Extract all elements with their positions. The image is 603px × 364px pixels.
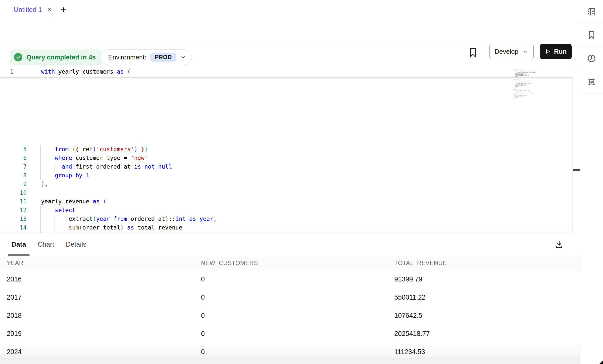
indent-guide bbox=[40, 145, 41, 154]
line-number: 12 bbox=[0, 207, 27, 213]
table-row: 20180107642.5 bbox=[0, 307, 580, 325]
download-results-button[interactable] bbox=[554, 239, 565, 250]
sticky-line-code: with yearly_customers as ( bbox=[41, 68, 131, 75]
code-line: 14 sum(order_total) as total_revenue bbox=[0, 224, 573, 232]
editor-minimap[interactable]: with yearly_customers as ( select extrac… bbox=[513, 69, 551, 103]
table-header-row: YEARNEW_CUSTOMERSTOTAL_REVENUE bbox=[0, 256, 580, 271]
chevron-down-icon bbox=[522, 48, 528, 54]
table-row: 2016091399.79 bbox=[0, 271, 580, 289]
develop-label: Develop bbox=[495, 48, 518, 55]
run-button[interactable]: Run bbox=[540, 44, 572, 59]
table-cell: 2019 bbox=[7, 330, 22, 338]
table-cell: 0 bbox=[201, 312, 205, 319]
table-cell: 107642.5 bbox=[394, 312, 422, 319]
tab-data[interactable]: Data bbox=[8, 233, 30, 256]
notebook-panel-button[interactable] bbox=[580, 0, 603, 23]
table-cell: 2018 bbox=[7, 312, 22, 319]
line-number: 6 bbox=[0, 155, 27, 161]
code-line: 11yearly_revenue as ( bbox=[0, 197, 573, 206]
develop-dropdown[interactable]: Develop bbox=[489, 44, 534, 59]
lineage-panel-button[interactable] bbox=[580, 70, 603, 93]
tab-untitled-1[interactable]: Untitled 1 bbox=[0, 0, 55, 19]
table-row: 201902025418.77 bbox=[0, 325, 580, 343]
history-clock-icon bbox=[587, 54, 596, 63]
download-icon bbox=[555, 240, 563, 249]
tab-close-button[interactable] bbox=[47, 7, 52, 13]
results-tabs: DataChartDetails bbox=[0, 233, 580, 256]
toolbar: Develop Run bbox=[0, 19, 580, 47]
run-label: Run bbox=[554, 48, 567, 55]
line-number: 13 bbox=[0, 216, 27, 222]
close-icon bbox=[47, 7, 52, 13]
lineage-star-icon bbox=[587, 77, 597, 87]
table-row: 20170550011.22 bbox=[0, 289, 580, 307]
indent-guide bbox=[40, 206, 41, 215]
indent-guide bbox=[40, 171, 41, 180]
plus-icon bbox=[60, 6, 67, 13]
bookmarks-panel-button[interactable] bbox=[580, 23, 603, 47]
table-cell: 550011.22 bbox=[394, 294, 426, 301]
indent-guide bbox=[40, 154, 41, 163]
environment-value-badge: PROD bbox=[150, 53, 176, 62]
table-horizontal-scrollbar[interactable] bbox=[0, 359, 580, 364]
right-icon-sidebar bbox=[580, 0, 603, 364]
table-cell: 91399.79 bbox=[394, 275, 422, 283]
table-cell: 111234.53 bbox=[394, 348, 425, 356]
indent-guide bbox=[40, 224, 41, 232]
column-header: YEAR bbox=[7, 260, 23, 267]
new-tab-button[interactable] bbox=[60, 6, 67, 13]
indent-guide bbox=[40, 215, 41, 224]
tab-details[interactable]: Details bbox=[62, 233, 90, 256]
line-number: 5 bbox=[0, 146, 27, 152]
code-line: 8 group by 1 bbox=[0, 171, 573, 180]
line-number: 14 bbox=[0, 224, 27, 231]
sticky-scroll-line: 1 with yearly_customers as ( bbox=[0, 67, 573, 77]
tab-chart[interactable]: Chart bbox=[34, 233, 58, 256]
code-line: 7 and first_ordered_at is not null bbox=[0, 163, 573, 171]
table-cell: 0 bbox=[201, 330, 205, 338]
environment-label: Environment: bbox=[108, 53, 146, 61]
bookmark-button[interactable] bbox=[469, 47, 477, 59]
sql-editor[interactable]: 5 from {{ ref('customers') }}6 where cus… bbox=[0, 67, 580, 233]
journal-icon bbox=[587, 7, 596, 16]
window-resize-handle[interactable] bbox=[599, 360, 603, 364]
table-cell: 0 bbox=[201, 275, 205, 283]
ide-window: Untitled 1 Develop Run bbox=[0, 0, 603, 364]
minimap-code: with yearly_customers as ( select extrac… bbox=[513, 69, 518, 98]
main-column: Untitled 1 Develop Run bbox=[0, 0, 580, 364]
line-number: 11 bbox=[0, 198, 27, 205]
results-panel: DataChartDetails YEARNEW_CUSTOMERSTOTAL_… bbox=[0, 233, 580, 364]
code-line: 9), bbox=[0, 180, 573, 189]
code-line: 10 bbox=[0, 189, 573, 197]
tab-label: Untitled 1 bbox=[14, 6, 42, 14]
tab-bar: Untitled 1 bbox=[0, 0, 580, 20]
play-icon bbox=[545, 48, 551, 54]
table-cell: 0 bbox=[201, 294, 205, 301]
line-number: 8 bbox=[0, 172, 27, 179]
code-line: 13 extract(year from ordered_at)::int as… bbox=[0, 215, 573, 224]
table-cell: 2017 bbox=[7, 294, 22, 301]
indent-guide bbox=[40, 163, 41, 171]
editor-scrollbar-thumb[interactable] bbox=[573, 169, 580, 171]
editor-scrollbar-track[interactable] bbox=[572, 67, 580, 233]
chevron-down-icon bbox=[180, 54, 186, 60]
table-cell: 2025418.77 bbox=[394, 330, 430, 338]
column-header: TOTAL_REVENUE bbox=[394, 260, 447, 267]
line-number: 10 bbox=[0, 189, 27, 196]
column-header: NEW_CUSTOMERS bbox=[201, 260, 258, 267]
line-number: 9 bbox=[0, 181, 27, 187]
editor-lines: 5 from {{ ref('customers') }}6 where cus… bbox=[0, 145, 573, 233]
table-cell: 2016 bbox=[7, 275, 22, 283]
query-status-text: Query completed in 4s bbox=[26, 53, 96, 61]
bookmark-icon bbox=[587, 30, 596, 40]
query-status-badge: Query completed in 4s bbox=[10, 49, 102, 65]
table-cell: 0 bbox=[201, 348, 205, 356]
history-panel-button[interactable] bbox=[580, 47, 603, 70]
code-line: 5 from {{ ref('customers') }} bbox=[0, 145, 573, 154]
bookmark-icon bbox=[469, 47, 477, 58]
sticky-line-number: 1 bbox=[10, 68, 13, 75]
line-number: 7 bbox=[0, 163, 27, 170]
code-line: 6 where customer_type = 'new' bbox=[0, 154, 573, 163]
environment-selector[interactable]: Environment: PROD bbox=[101, 49, 192, 65]
code-line: 12 select bbox=[0, 206, 573, 215]
